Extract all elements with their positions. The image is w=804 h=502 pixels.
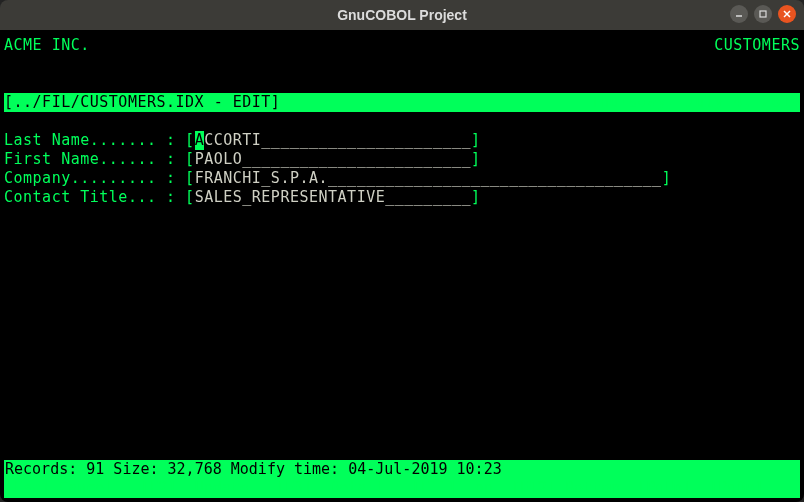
- window-title: GnuCOBOL Project: [0, 7, 804, 23]
- terminal: ACME INC. CUSTOMERS Thursday, July 4, 20…: [0, 30, 804, 502]
- help-f12-bottom[interactable]: [F12] Bottom: [511, 479, 637, 498]
- bracket-open: [: [185, 188, 195, 207]
- current-date: Thursday, July 4, 2019: [590, 93, 800, 111]
- field-value: PAOLO________________________: [195, 150, 471, 169]
- close-icon: [782, 9, 792, 19]
- blank-line: [4, 112, 800, 131]
- screen-name: CUSTOMERS: [714, 36, 800, 55]
- help-f2-update[interactable]: [F2] Update: [140, 479, 275, 498]
- field-company[interactable]: Company......... : [ FRANCHI_S.P.A._____…: [4, 169, 800, 188]
- text-cursor: A: [195, 131, 205, 150]
- bottom-bars: Records: 91 Size: 32,768 Modify time: 04…: [4, 460, 800, 498]
- window: GnuCOBOL Project ACME INC. CUSTOMERS Thu…: [0, 0, 804, 502]
- header-line: ACME INC. CUSTOMERS: [4, 36, 800, 55]
- maximize-icon: [758, 9, 768, 19]
- maximize-button[interactable]: [754, 5, 772, 23]
- svg-rect-1: [760, 11, 766, 17]
- help-f11-top[interactable]: [F11] Top: [411, 479, 510, 498]
- date-line: Thursday, July 4, 2019: [4, 74, 800, 93]
- bracket-close: ]: [471, 131, 481, 150]
- field-label: Last Name....... :: [4, 131, 185, 150]
- field-first-name[interactable]: First Name...... : [ PAOLO______________…: [4, 150, 800, 169]
- help-pgup[interactable]: [PgUp]: [637, 479, 709, 498]
- window-controls: [730, 5, 796, 23]
- bracket-open: [: [185, 169, 195, 188]
- bracket-open: [: [185, 150, 195, 169]
- minimize-button[interactable]: [730, 5, 748, 23]
- close-button[interactable]: [778, 5, 796, 23]
- help-esc-cancel[interactable]: [Esc] Cancel: [5, 479, 140, 498]
- titlebar: GnuCOBOL Project: [0, 0, 804, 30]
- field-label: Contact Title... :: [4, 188, 185, 207]
- field-label: Company......... :: [4, 169, 185, 188]
- field-contact-title[interactable]: Contact Title... : [ SALES_REPRESENTATIV…: [4, 188, 800, 207]
- bracket-close: ]: [471, 188, 481, 207]
- help-pgdn[interactable]: [PgDn]: [709, 479, 763, 498]
- field-value: SALES_REPRESENTATIVE_________: [195, 188, 471, 207]
- help-bar: [Esc] Cancel [F2] Update [F3] Detail [F1…: [4, 479, 800, 498]
- field-value: CCORTI______________________: [204, 131, 471, 150]
- bracket-close: ]: [471, 150, 481, 169]
- field-label: First Name...... :: [4, 150, 185, 169]
- bracket-open: [: [185, 131, 195, 150]
- field-last-name[interactable]: Last Name....... : [ A CCORTI___________…: [4, 131, 800, 150]
- minimize-icon: [734, 9, 744, 19]
- status-bar: Records: 91 Size: 32,768 Modify time: 04…: [4, 460, 800, 479]
- company-name: ACME INC.: [4, 36, 90, 55]
- blank-line: [4, 55, 800, 74]
- field-value: FRANCHI_S.P.A.__________________________…: [195, 169, 662, 188]
- bracket-close: ]: [662, 169, 672, 188]
- help-f3-detail[interactable]: [F3] Detail: [276, 479, 411, 498]
